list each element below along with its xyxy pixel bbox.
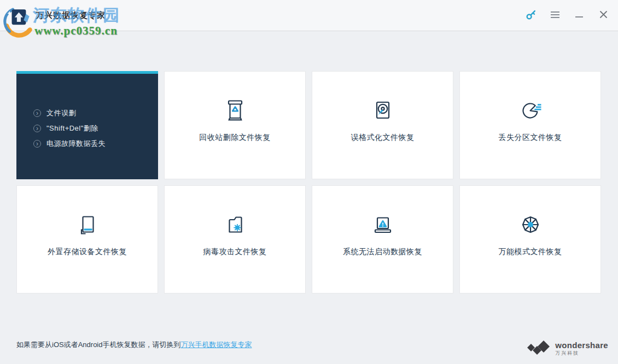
external-drive-icon xyxy=(73,210,102,239)
key-icon xyxy=(526,9,537,22)
close-button[interactable] xyxy=(597,9,609,21)
mode-card-external-drive[interactable]: 外置存储设备文件恢复 xyxy=(16,185,158,293)
list-item: › 文件误删 xyxy=(33,108,158,118)
titlebar-controls xyxy=(525,9,609,21)
circled-chevron-icon: › xyxy=(33,140,41,148)
minimize-button[interactable] xyxy=(573,9,585,21)
hard-disk-icon xyxy=(368,96,398,125)
mode-card-label: 误格式化文件恢复 xyxy=(351,133,415,143)
list-item: › "Shift+Del"删除 xyxy=(33,124,158,133)
minimize-icon xyxy=(575,11,584,20)
scenario-info-card: › 文件误删 › "Shift+Del"删除 › 电源故障数据丢失 xyxy=(16,71,158,179)
app-title: 万兴数据恢复专家 xyxy=(36,10,106,21)
list-item: › 电源故障数据丢失 xyxy=(33,139,158,149)
mode-card-formatted-disk[interactable]: 误格式化文件恢复 xyxy=(312,71,453,179)
mode-card-virus-attack[interactable]: 病毒攻击文件恢复 xyxy=(164,185,306,293)
scenario-list: › 文件误删 › "Shift+Del"删除 › 电源故障数据丢失 xyxy=(16,74,158,154)
scenario-label: 文件误删 xyxy=(46,108,76,118)
mode-card-label: 病毒攻击文件恢复 xyxy=(203,247,267,257)
menu-icon xyxy=(550,11,560,20)
mode-card-label: 万能模式文件恢复 xyxy=(499,247,562,257)
footer-tip: 如果需要从iOS或者Android手机恢复数据，请切换到万兴手机数据恢复专家 xyxy=(16,340,252,350)
wondershare-brand: wondershare 万兴科技 xyxy=(527,339,608,357)
wondershare-logo-icon xyxy=(527,339,551,357)
mode-card-recycle-bin[interactable]: 回收站删除文件恢复 xyxy=(164,71,306,179)
virus-folder-icon xyxy=(220,210,250,239)
scenario-label: "Shift+Del"删除 xyxy=(46,124,98,133)
mode-card-system-crash[interactable]: 系统无法启动数据恢复 xyxy=(312,185,453,293)
recovery-modes-grid: › 文件误删 › "Shift+Del"删除 › 电源故障数据丢失 回收站删除文… xyxy=(16,71,601,293)
lost-partition-pie-icon xyxy=(516,96,545,125)
crashed-laptop-icon xyxy=(368,210,398,239)
scenario-label: 电源故障数据丢失 xyxy=(46,139,106,149)
universal-wheel-icon xyxy=(516,210,545,239)
recycle-bin-icon xyxy=(220,96,250,125)
footer-tip-text: 如果需要从iOS或者Android手机恢复数据，请切换到 xyxy=(16,340,180,349)
key-activation-button[interactable] xyxy=(525,9,537,21)
mode-card-label: 丢失分区文件恢复 xyxy=(499,133,562,143)
mode-card-label: 回收站删除文件恢复 xyxy=(199,133,271,143)
titlebar: 万兴数据恢复专家 xyxy=(0,0,618,31)
circled-chevron-icon: › xyxy=(33,109,41,117)
brand-name-cn: 万兴科技 xyxy=(555,351,608,356)
mode-card-label: 外置存储设备文件恢复 xyxy=(48,247,127,257)
mobile-recovery-link[interactable]: 万兴手机数据恢复专家 xyxy=(180,340,252,349)
mode-card-lost-partition[interactable]: 丢失分区文件恢复 xyxy=(459,71,601,179)
brand-name: wondershare xyxy=(555,341,608,349)
mode-card-label: 系统无法启动数据恢复 xyxy=(343,247,422,257)
menu-button[interactable] xyxy=(549,9,561,21)
circled-chevron-icon: › xyxy=(33,125,41,132)
mode-card-universal[interactable]: 万能模式文件恢复 xyxy=(459,185,601,293)
close-icon xyxy=(599,10,608,20)
